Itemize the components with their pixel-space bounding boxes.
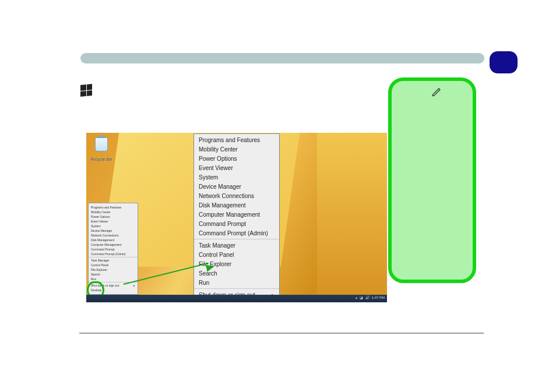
- menu-item-mobility-center[interactable]: Mobility Center: [194, 144, 279, 154]
- menu-item[interactable]: Command Prompt (Admin): [89, 252, 138, 256]
- menu-item-system[interactable]: System: [194, 172, 279, 182]
- menu-item[interactable]: Event Viewer: [89, 219, 138, 224]
- menu-item[interactable]: Task Manager: [89, 258, 138, 263]
- menu-item[interactable]: Computer Management: [89, 242, 138, 247]
- menu-item[interactable]: System: [89, 224, 138, 228]
- menu-item[interactable]: Power Options: [89, 214, 138, 219]
- menu-item-run[interactable]: Run: [194, 278, 279, 287]
- system-tray[interactable]: ▴ ◪ 🔊 1:47 PM: [356, 295, 385, 299]
- menu-item-event-viewer[interactable]: Event Viewer: [194, 163, 279, 172]
- tray-icon[interactable]: ▴: [356, 295, 357, 299]
- tray-icon[interactable]: 🔊: [365, 295, 370, 299]
- menu-item-control-panel[interactable]: Control Panel: [194, 250, 279, 259]
- recycle-bin[interactable]: Recycle Bin: [90, 137, 113, 163]
- menu-item-power-options[interactable]: Power Options: [194, 154, 279, 163]
- taskbar[interactable]: ▴ ◪ 🔊 1:47 PM: [86, 295, 387, 302]
- menu-item[interactable]: Control Panel: [89, 263, 138, 267]
- menu-item-computer-mgmt[interactable]: Computer Management: [194, 210, 279, 219]
- page-number-badge: [490, 51, 518, 73]
- tray-icon[interactable]: ◪: [360, 295, 363, 299]
- menu-item[interactable]: Programs and Features: [89, 205, 138, 210]
- menu-item-device-manager[interactable]: Device Manager: [194, 182, 279, 191]
- menu-item[interactable]: Command Prompt: [89, 247, 138, 252]
- menu-item[interactable]: Run: [89, 277, 138, 281]
- menu-item[interactable]: File Explorer: [89, 267, 138, 272]
- menu-item[interactable]: Mobility Center: [89, 210, 138, 214]
- header-bar: [80, 53, 484, 63]
- menu-item-disk-mgmt[interactable]: Disk Management: [194, 200, 279, 210]
- screenshot-windows-desktop: Recycle Bin Programs and Features Mobili…: [86, 133, 387, 302]
- windows-logo-icon: [80, 84, 92, 97]
- menu-item-programs-features[interactable]: Programs and Features: [194, 135, 279, 144]
- menu-item-cmd[interactable]: Command Prompt: [194, 219, 279, 228]
- menu-item-cmd-admin[interactable]: Command Prompt (Admin): [194, 228, 279, 238]
- recycle-bin-icon: [95, 137, 108, 151]
- menu-item[interactable]: Search: [89, 272, 138, 277]
- footer-rule: [79, 333, 484, 334]
- menu-item[interactable]: Network Connections: [89, 233, 138, 238]
- note-panel: [388, 77, 476, 283]
- menu-item[interactable]: Disk Management: [89, 238, 138, 242]
- menu-item-network-conn[interactable]: Network Connections: [194, 191, 279, 200]
- pencil-icon: [431, 87, 442, 100]
- menu-separator: [194, 239, 279, 239]
- recycle-bin-label: Recycle Bin: [91, 157, 112, 161]
- menu-separator: [89, 257, 138, 257]
- menu-separator: [194, 288, 279, 289]
- menu-item[interactable]: Device Manager: [89, 228, 138, 233]
- winx-menu-large: Programs and Features Mobility Center Po…: [193, 133, 280, 302]
- taskbar-clock[interactable]: 1:47 PM: [372, 296, 385, 299]
- menu-item-task-manager[interactable]: Task Manager: [194, 241, 279, 250]
